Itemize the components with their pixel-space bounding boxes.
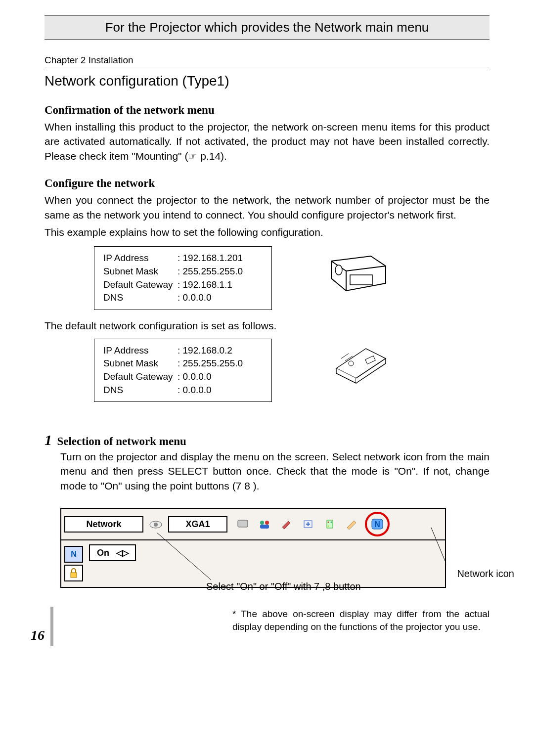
svg-point-8 bbox=[265, 521, 269, 525]
people-icon bbox=[256, 517, 273, 531]
annotation-select-onoff: Select "On" or "Off" with 7 ,8 button bbox=[206, 580, 361, 593]
svg-point-13 bbox=[331, 522, 332, 523]
lock-icon bbox=[64, 565, 83, 581]
page-number: 16 bbox=[31, 627, 44, 643]
svg-rect-1 bbox=[350, 275, 372, 285]
subsection-confirmation-body: When installing this product to the proj… bbox=[44, 120, 490, 163]
step-body: Turn on the projector and display the me… bbox=[60, 449, 490, 493]
svg-point-0 bbox=[335, 265, 342, 275]
on-label: On bbox=[97, 548, 109, 558]
svg-rect-6 bbox=[238, 520, 248, 527]
default-config-text: The default network configuration is set… bbox=[44, 320, 490, 332]
page-header-bar: For the Projector which provides the Net… bbox=[44, 15, 490, 40]
cfg-label: Subnet Mask bbox=[103, 357, 178, 370]
cfg-value: : 192.168.0.2 bbox=[178, 344, 232, 357]
section-title: Network configuration (Type1) bbox=[44, 73, 490, 89]
n-icon: N bbox=[64, 546, 83, 563]
step-number: 1 bbox=[44, 432, 52, 448]
settings-icon bbox=[321, 517, 338, 531]
subsection-configure-title: Configure the network bbox=[44, 177, 490, 190]
projector-illustration bbox=[321, 246, 391, 296]
cfg-label: Subnet Mask bbox=[103, 265, 178, 278]
svg-text:N: N bbox=[374, 520, 380, 529]
svg-point-7 bbox=[260, 521, 264, 525]
tool-icon bbox=[278, 517, 295, 531]
annotation-network-icon: Network icon bbox=[457, 567, 514, 580]
step-1-block: 1 Selection of network menu Turn on the … bbox=[44, 432, 490, 493]
svg-point-5 bbox=[154, 523, 158, 527]
cfg-value: : 192.168.1.1 bbox=[178, 278, 232, 292]
cfg-value: : 0.0.0.0 bbox=[178, 291, 212, 305]
cfg-label: IP Address bbox=[103, 344, 178, 357]
osd-tab-network: Network bbox=[64, 516, 143, 533]
cfg-value: : 0.0.0.0 bbox=[178, 370, 212, 384]
step-title: Selection of network menu bbox=[57, 435, 186, 447]
svg-rect-9 bbox=[260, 525, 269, 529]
configure-body2: This example explains how to set the fol… bbox=[44, 225, 490, 239]
footnote: * The above on-screen display may differ… bbox=[232, 608, 490, 633]
cfg-label: DNS bbox=[103, 291, 178, 305]
expand-icon bbox=[300, 517, 316, 531]
cfg-label: Default Gateway bbox=[103, 278, 178, 292]
svg-rect-11 bbox=[327, 520, 333, 528]
svg-point-14 bbox=[328, 526, 329, 527]
network-icon-highlighted: N bbox=[365, 512, 390, 536]
display-icon bbox=[234, 517, 251, 531]
on-toggle-box: On ◁▷ bbox=[89, 544, 136, 561]
header-text: For the Projector which provides the Net… bbox=[105, 20, 429, 35]
cfg-label: Default Gateway bbox=[103, 370, 178, 384]
subsection-confirmation-title: Confirmation of the network menu bbox=[44, 104, 490, 117]
cfg-value: : 255.255.255.0 bbox=[178, 357, 243, 370]
osd-top-bar: Network XGA1 N bbox=[61, 509, 445, 540]
network-card-illustration bbox=[321, 339, 396, 388]
cfg-value: : 0.0.0.0 bbox=[178, 384, 212, 397]
projector-icon bbox=[147, 517, 164, 531]
osd-screenshot: Network XGA1 N bbox=[60, 508, 490, 588]
config-example-row: IP Address: 192.168.1.201 Subnet Mask: 2… bbox=[44, 246, 490, 310]
document-page: For the Projector which provides the Net… bbox=[0, 0, 534, 653]
chapter-label: Chapter 2 Installation bbox=[44, 55, 490, 68]
cfg-label: DNS bbox=[103, 384, 178, 397]
configure-body1: When you connect the projector to the ne… bbox=[44, 193, 490, 222]
lr-arrows-icon: ◁▷ bbox=[116, 547, 128, 558]
config-example-box: IP Address: 192.168.1.201 Subnet Mask: 2… bbox=[94, 246, 272, 310]
config-default-box: IP Address: 192.168.0.2 Subnet Mask: 255… bbox=[94, 339, 272, 402]
svg-rect-17 bbox=[71, 573, 77, 578]
page-number-bar bbox=[50, 607, 53, 646]
pen-icon bbox=[343, 517, 360, 531]
osd-mode-xga1: XGA1 bbox=[168, 516, 227, 533]
svg-point-12 bbox=[328, 522, 329, 523]
cfg-value: : 255.255.255.0 bbox=[178, 265, 243, 278]
cfg-value: : 192.168.1.201 bbox=[178, 252, 243, 265]
cfg-label: IP Address bbox=[103, 252, 178, 265]
config-default-row: IP Address: 192.168.0.2 Subnet Mask: 255… bbox=[44, 339, 490, 402]
